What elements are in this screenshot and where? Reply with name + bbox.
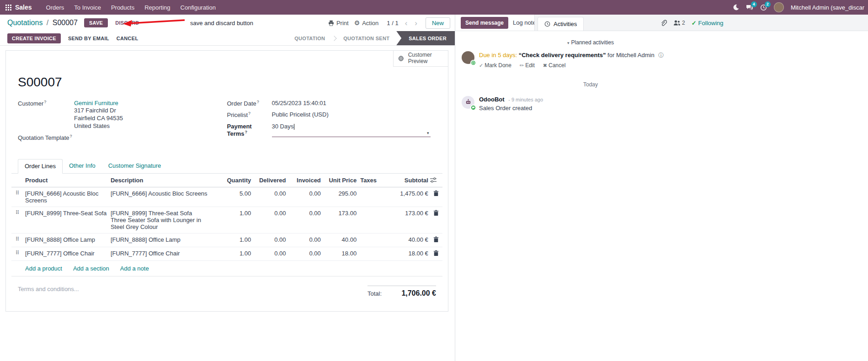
send-message-button[interactable]: Send message [461,17,508,29]
cell-quantity[interactable]: 1.00 [218,207,253,234]
cell-invoiced[interactable]: 0.00 [288,187,323,207]
attachments-button[interactable] [660,20,667,27]
drag-handle-icon[interactable]: ⠿ [11,207,23,234]
mark-done-button[interactable]: ✓Mark Done [479,62,511,69]
col-product[interactable]: Product [23,174,109,187]
stage-sales-order-active[interactable]: SALES ORDER [396,31,455,45]
add-product-link[interactable]: Add a product [25,265,62,272]
cell-description[interactable]: [FURN_7777] Office Chair [109,247,218,261]
cell-quantity[interactable]: 1.00 [218,247,253,261]
nav-item-configuration[interactable]: Configuration [176,1,221,14]
nav-item-to-invoice[interactable]: To Invoice [69,1,106,14]
pager-next-icon[interactable]: › [414,19,418,27]
drag-handle-icon[interactable]: ⠿ [11,187,23,207]
new-button[interactable]: New [426,17,450,29]
cell-taxes[interactable] [358,247,384,261]
order-date-field[interactable]: 05/25/2023 15:40:01 [272,100,326,107]
nav-item-products[interactable]: Products [106,1,139,14]
log-note-button[interactable]: Log note [513,19,536,26]
activities-tab[interactable]: Activities [538,17,584,31]
apps-menu-icon[interactable] [5,5,11,11]
tab-other-info[interactable]: Other Info [63,159,102,173]
customer-link[interactable]: Gemini Furniture [74,100,118,106]
cell-invoiced[interactable]: 0.00 [288,207,323,234]
col-delivered[interactable]: Delivered [253,174,288,187]
delete-row-icon[interactable] [430,247,442,261]
col-unit-price[interactable]: Unit Price [323,174,358,187]
col-invoiced[interactable]: Invoiced [288,174,323,187]
stage-quotation-sent[interactable]: QUOTATION SENT [336,31,396,45]
stage-quotation[interactable]: QUOTATION [288,31,332,45]
cell-unit-price[interactable]: 173.00 [323,207,358,234]
cell-taxes[interactable] [358,207,384,234]
cancel-button[interactable]: CANCEL [117,36,138,41]
cell-product[interactable]: [FURN_8888] Office Lamp [23,234,109,247]
cell-quantity[interactable]: 5.00 [218,187,253,207]
nav-item-orders[interactable]: Orders [41,1,69,14]
cell-description[interactable]: [FURN_8888] Office Lamp [109,234,218,247]
tab-customer-signature[interactable]: Customer Signature [102,159,168,173]
cell-invoiced[interactable]: 0.00 [288,234,323,247]
form-view: Customer Preview S00007 Customer? [0,46,455,361]
control-right: Print ⚙ Action 1 / 1 ‹ › New [328,17,450,29]
save-button[interactable]: SAVE [84,18,108,27]
planned-activities-header[interactable]: ▾Planned activities [462,39,719,46]
cell-description[interactable]: [FURN_6666] Acoustic Bloc Screens [109,187,218,207]
cell-product[interactable]: [FURN_7777] Office Chair [23,247,109,261]
add-note-link[interactable]: Add a note [120,265,149,272]
payment-terms-field[interactable]: 30 Days ▾ [272,123,431,137]
print-button[interactable]: Print [328,20,349,27]
cell-delivered[interactable]: 0.00 [253,234,288,247]
cell-taxes[interactable] [358,234,384,247]
cell-unit-price[interactable]: 295.00 [323,187,358,207]
optional-columns-icon[interactable] [430,174,442,187]
edit-activity-button[interactable]: ✏Edit [520,62,535,69]
following-button[interactable]: ✓ Following [692,20,724,27]
cell-delivered[interactable]: 0.00 [253,247,288,261]
action-button[interactable]: ⚙ Action [354,19,379,27]
pricelist-field[interactable]: Public Pricelist (USD) [272,111,329,118]
cell-invoiced[interactable]: 0.00 [288,247,323,261]
col-description[interactable]: Description [109,174,218,187]
col-quantity[interactable]: Quantity [218,174,253,187]
cell-description[interactable]: [FURN_8999] Three-Seat SofaThree Seater … [109,207,218,234]
dropdown-caret-icon[interactable]: ▾ [427,131,429,135]
info-icon[interactable]: ⓘ [658,52,664,58]
statusbar-buttons: CREATE INVOICE SEND BY EMAIL CANCEL [0,31,138,45]
discard-button[interactable]: DISCARD [115,20,139,26]
create-invoice-button[interactable]: CREATE INVOICE [7,33,61,43]
cell-unit-price[interactable]: 18.00 [323,247,358,261]
cell-taxes[interactable] [358,187,384,207]
customer-preview-button[interactable]: Customer Preview [393,51,448,67]
delete-row-icon[interactable] [430,207,442,234]
messages-icon[interactable]: 4 [746,4,753,11]
cell-product[interactable]: [FURN_6666] Acoustic Bloc Screens [23,187,109,207]
tab-order-lines[interactable]: Order Lines [18,159,63,174]
cell-quantity[interactable]: 1.00 [218,234,253,247]
delete-row-icon[interactable] [430,234,442,247]
terms-and-conditions-field[interactable]: Terms and conditions... [18,286,79,297]
user-menu[interactable]: Mitchell Admin (save_discar [791,4,864,11]
message-author[interactable]: OdooBot [479,96,505,103]
activities-clock-icon[interactable]: 2 [760,4,767,11]
breadcrumb-quotations-link[interactable]: Quotations [7,19,43,27]
cell-product[interactable]: [FURN_8999] Three-Seat Sofa [23,207,109,234]
dark-mode-moon-icon[interactable] [733,4,739,11]
cancel-activity-button[interactable]: ✖Cancel [543,62,566,69]
pager-previous-icon[interactable]: ‹ [404,19,409,27]
user-avatar[interactable] [774,2,784,12]
col-subtotal[interactable]: Subtotal [384,174,430,187]
col-taxes[interactable]: Taxes [358,174,384,187]
app-brand[interactable]: Sales [15,4,32,11]
drag-handle-icon[interactable]: ⠿ [11,247,23,261]
nav-item-reporting[interactable]: Reporting [139,1,175,14]
add-section-link[interactable]: Add a section [73,265,109,272]
cell-unit-price[interactable]: 40.00 [323,234,358,247]
cell-delivered[interactable]: 0.00 [253,187,288,207]
followers-button[interactable]: 2 [673,20,685,26]
cell-delivered[interactable]: 0.00 [253,207,288,234]
drag-handle-icon[interactable]: ⠿ [11,234,23,247]
send-by-email-button[interactable]: SEND BY EMAIL [68,36,109,41]
delete-row-icon[interactable] [430,187,442,207]
message-badge-icon [470,105,476,111]
